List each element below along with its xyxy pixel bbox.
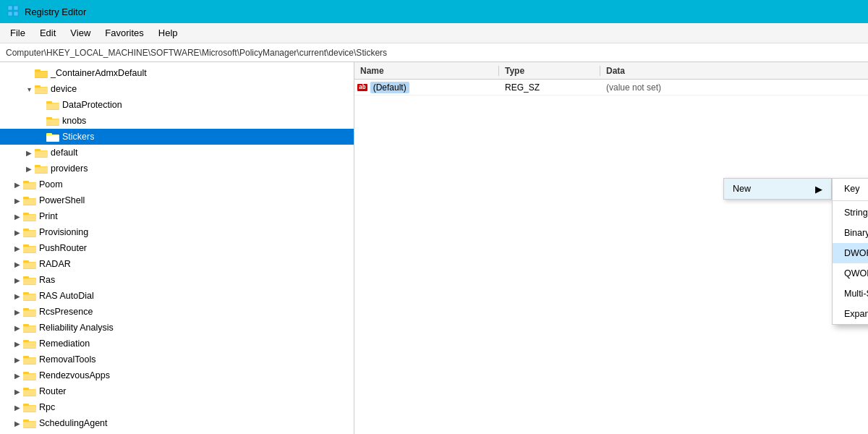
expand-arrow: ▶ [12, 276, 23, 284]
registry-row-default[interactable]: ab (Default) REG_SZ (value not set) [354, 80, 868, 95]
tree-item-rendezvousApps[interactable]: ▶ RendezvousApps [0, 367, 354, 383]
folder-icon [46, 100, 59, 110]
reg-row-data: (value not set) [600, 82, 868, 93]
folder-icon [23, 386, 36, 396]
tree-label: RcsPresence [39, 307, 93, 317]
tree-panel: _ContainerAdmxDefault ▾ device DataProte… [0, 62, 354, 434]
svg-rect-3 [14, 12, 18, 16]
tree-item-poom[interactable]: ▶ Poom [0, 176, 354, 192]
menu-edit[interactable]: Edit [33, 25, 63, 41]
tree-scroll[interactable]: _ContainerAdmxDefault ▾ device DataProte… [0, 62, 354, 434]
expand-arrow: ▶ [12, 340, 23, 348]
new-menu-item[interactable]: New ▶ [724, 179, 831, 199]
tree-item-print[interactable]: ▶ Print [0, 208, 354, 224]
right-panel: Name Type Data ab (Default) REG_SZ (valu… [354, 62, 868, 434]
submenu-dword-value[interactable]: DWORD (32-bit) Value [833, 243, 868, 263]
svg-rect-52 [23, 310, 36, 316]
svg-rect-10 [35, 88, 48, 93]
tree-item-schedulingAgent[interactable]: ▶ SchedulingAgent [0, 415, 354, 431]
tree-item-rpc[interactable]: ▶ Rpc [0, 399, 354, 415]
tree-item-stickers[interactable]: Stickers [0, 129, 354, 145]
tree-label: knobs [62, 116, 86, 126]
tree-label: Print [39, 211, 58, 221]
svg-rect-61 [23, 358, 36, 364]
tree-label: Router [39, 386, 67, 396]
svg-rect-67 [23, 390, 36, 396]
submenu-multi-string-value[interactable]: Multi-String Value [833, 284, 868, 304]
submenu-expandable-string-value[interactable]: Expandable String Value [833, 304, 868, 324]
svg-rect-37 [23, 231, 36, 237]
tree-item-pushRouter[interactable]: ▶ PushRouter [0, 240, 354, 256]
new-label: New [733, 184, 751, 194]
tree-item-rasAutoDial[interactable]: ▶ RAS AutoDial [0, 288, 354, 304]
tree-item-reliabilityAnalysis[interactable]: ▶ Reliability Analysis [0, 320, 354, 336]
expand-arrow: ▶ [12, 181, 23, 189]
submenu-string-value[interactable]: String Value [833, 203, 868, 223]
folder-icon [23, 370, 36, 380]
tree-item-ras[interactable]: ▶ Ras [0, 272, 354, 288]
tree-label: SchedulingAgent [39, 418, 108, 428]
svg-rect-25 [35, 167, 48, 173]
new-submenu-button[interactable]: New ▶ [723, 178, 832, 200]
folder-icon [23, 227, 36, 237]
submenu-qword-value[interactable]: QWORD (64-bit) Value [833, 263, 868, 284]
menu-favorites[interactable]: Favorites [98, 25, 150, 41]
tree-label: Rpc [39, 402, 55, 412]
tree-item-removalTools[interactable]: ▶ RemovalTools [0, 352, 354, 367]
app-icon [7, 5, 19, 19]
registry-table-header: Name Type Data [354, 62, 868, 80]
tree-item-dataProtection[interactable]: DataProtection [0, 97, 354, 113]
tree-item-radar[interactable]: ▶ RADAR [0, 256, 354, 272]
tree-label: DataProtection [62, 100, 122, 110]
tree-item-device[interactable]: ▾ device [0, 81, 354, 97]
folder-icon [35, 84, 48, 94]
tree-label: _ContainerAdmxDefault [51, 68, 147, 78]
menu-bar: File Edit View Favorites Help [0, 23, 868, 43]
svg-rect-64 [23, 374, 36, 380]
tree-item-provisioning[interactable]: ▶ Provisioning [0, 224, 354, 240]
folder-icon [23, 291, 36, 301]
submenu-separator [833, 200, 868, 201]
svg-rect-13 [46, 103, 59, 109]
menu-file[interactable]: File [3, 25, 33, 41]
tree-item-default[interactable]: ▶ default [0, 145, 354, 161]
tree-item-providers[interactable]: ▶ providers [0, 161, 354, 176]
title-bar: Registry Editor [0, 0, 868, 23]
tree-item-router[interactable]: ▶ Router [0, 383, 354, 399]
expand-arrow: ▶ [23, 165, 35, 173]
tree-item-containerAdmx[interactable]: _ContainerAdmxDefault [0, 65, 354, 81]
expand-arrow: ▾ [23, 85, 35, 93]
ab-icon: ab [357, 84, 367, 91]
folder-icon [23, 259, 36, 269]
submenu-binary-value[interactable]: Binary Value [833, 223, 868, 243]
folder-icon [23, 195, 36, 205]
tree-item-powerShell[interactable]: ▶ PowerShell [0, 192, 354, 208]
menu-view[interactable]: View [63, 25, 98, 41]
tree-item-remediation[interactable]: ▶ Remediation [0, 336, 354, 352]
svg-rect-73 [23, 422, 36, 427]
tree-label: RADAR [39, 259, 71, 269]
folder-icon [23, 307, 36, 317]
expand-arrow: ▶ [12, 213, 23, 221]
folder-icon [23, 418, 36, 428]
folder-icon [23, 275, 36, 285]
expand-arrow: ▶ [12, 420, 23, 427]
submenu-key[interactable]: Key [833, 179, 868, 199]
menu-help[interactable]: Help [151, 25, 185, 41]
col-data-header: Data [600, 66, 868, 76]
svg-rect-49 [23, 294, 36, 300]
svg-rect-2 [8, 12, 12, 16]
expand-arrow: ▶ [23, 149, 35, 157]
tree-item-rcsPresence[interactable]: ▶ RcsPresence [0, 304, 354, 320]
expand-arrow: ▶ [12, 292, 23, 300]
submenu-arrow-icon: ▶ [815, 184, 822, 195]
svg-rect-28 [23, 183, 36, 189]
svg-rect-19 [46, 135, 59, 141]
tree-label: providers [51, 163, 88, 174]
tree-item-knobs[interactable]: knobs [0, 113, 354, 129]
folder-icon [23, 339, 36, 349]
svg-rect-70 [23, 406, 36, 412]
expand-arrow: ▶ [12, 356, 23, 364]
col-name-header: Name [354, 66, 499, 76]
tree-label: Ras [39, 275, 55, 285]
